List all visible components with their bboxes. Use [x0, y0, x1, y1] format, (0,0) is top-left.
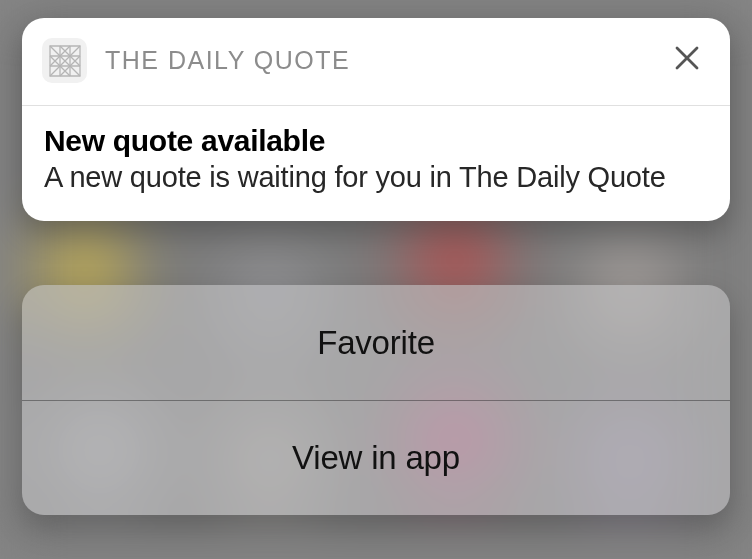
favorite-button[interactable]: Favorite: [22, 285, 730, 400]
favorite-label: Favorite: [317, 324, 435, 362]
notification-title: New quote available: [44, 124, 708, 158]
grid-icon: [45, 41, 85, 81]
app-name-label: THE DAILY QUOTE: [105, 46, 668, 75]
view-in-app-label: View in app: [292, 439, 460, 477]
close-icon[interactable]: [668, 41, 706, 80]
app-icon: [42, 38, 87, 83]
view-in-app-button[interactable]: View in app: [22, 400, 730, 515]
notification-message: A new quote is waiting for you in The Da…: [44, 160, 708, 195]
notification-header: THE DAILY QUOTE: [22, 18, 730, 106]
notification-card[interactable]: THE DAILY QUOTE New quote available A ne…: [22, 18, 730, 221]
notification-body: New quote available A new quote is waiti…: [22, 106, 730, 221]
action-sheet: Favorite View in app: [22, 285, 730, 515]
